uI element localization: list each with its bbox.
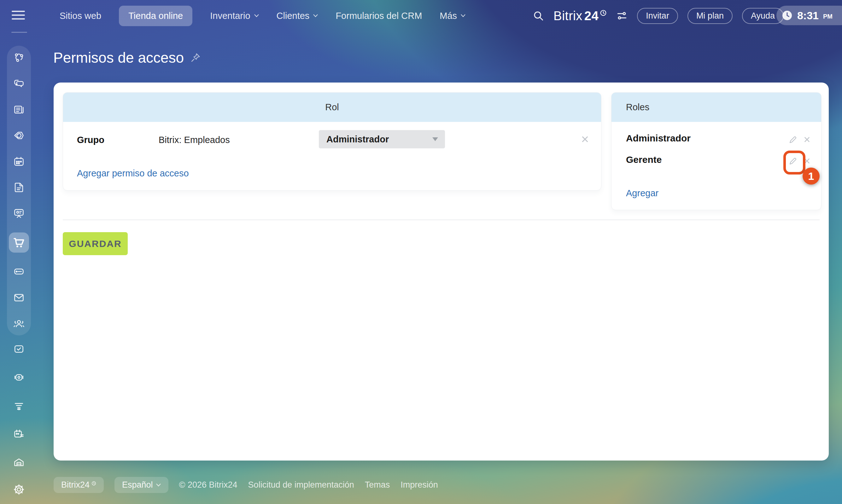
- sidebar-item-market[interactable]: [12, 455, 26, 469]
- sidebar-item-planner[interactable]: [12, 427, 26, 441]
- footer-copyright: © 2026 Bitrix24: [179, 480, 238, 490]
- footer-link-implementation[interactable]: Solicitud de implementación: [248, 480, 354, 490]
- sidebar-item-crm[interactable]: [12, 399, 26, 413]
- bitrix24-permissions-page: Sitios web Tienda online Inventario Clie…: [0, 0, 842, 504]
- top-nav: Sitios web Tienda online Inventario Clie…: [59, 0, 465, 32]
- group-label: Grupo: [77, 135, 104, 145]
- topbar-right-cluster: Bitrix24 Invitar Mi plan Ayuda: [533, 0, 784, 32]
- share-network-icon: [13, 52, 25, 64]
- sidebar-item-documents[interactable]: [12, 180, 26, 194]
- role-select-value: Administrador: [326, 134, 389, 145]
- sidebar-item-news-feed[interactable]: [12, 103, 26, 116]
- time-period: PM: [823, 13, 832, 20]
- role-select[interactable]: Administrador: [319, 130, 445, 148]
- team-people-icon: [13, 318, 25, 329]
- planner-calendar-icon: [13, 428, 25, 440]
- content-divider: [63, 219, 820, 220]
- sidebar-item-online-store[interactable]: [9, 232, 29, 253]
- drive-icon: [13, 266, 25, 277]
- chevron-down-icon: [461, 14, 465, 17]
- save-button[interactable]: GUARDAR: [63, 232, 128, 255]
- footer-link-print[interactable]: Impresión: [400, 480, 438, 490]
- language-selector[interactable]: Español: [115, 477, 168, 493]
- menu-hamburger-icon[interactable]: [12, 11, 25, 20]
- chevron-down-icon: [313, 14, 318, 17]
- page-title: Permisos de acceso: [53, 49, 201, 66]
- roles-panel-header: Roles: [612, 93, 821, 122]
- rol-panel: Rol Grupo Bitrix: Empleados Administrado…: [63, 92, 601, 191]
- sidebar-lower-group: [7, 342, 31, 469]
- shopping-cart-icon: [13, 236, 25, 249]
- nav-tienda-online[interactable]: Tienda online: [119, 6, 192, 26]
- sliders-icon[interactable]: [616, 10, 628, 21]
- search-icon[interactable]: [533, 10, 544, 21]
- copilot-camera-icon: [13, 372, 25, 383]
- nav-sitios-web[interactable]: Sitios web: [59, 11, 101, 21]
- sidebar-item-copilot[interactable]: [12, 371, 26, 384]
- chevron-down-icon: [254, 14, 259, 17]
- footer: Bitrix24 Español © 2026 Bitrix24 Solicit…: [54, 477, 438, 493]
- invite-button[interactable]: Invitar: [637, 8, 678, 24]
- footer-brand-badge[interactable]: Bitrix24: [54, 477, 104, 493]
- nav-inventario[interactable]: Inventario: [210, 11, 259, 21]
- chevron-down-icon: [156, 484, 161, 487]
- clock-widget[interactable]: 8:31 PM: [776, 6, 842, 25]
- sidebar-item-video-meeting[interactable]: [12, 206, 26, 220]
- clock-24-icon: [600, 10, 607, 16]
- sidebar-item-settings[interactable]: [7, 483, 31, 496]
- footer-link-themes[interactable]: Temas: [365, 480, 390, 490]
- check-square-icon: [13, 343, 25, 355]
- nav-formularios-crm[interactable]: Formularios del CRM: [336, 11, 422, 21]
- sidebar-divider: [11, 32, 27, 33]
- warehouse-icon: [13, 456, 25, 468]
- document-icon: [13, 181, 25, 193]
- sidebar-rail: [7, 46, 31, 336]
- sidebar-item-team[interactable]: [12, 317, 26, 330]
- roles-panel: Roles Administrador Gerente 1 Agregar: [611, 92, 822, 210]
- funnel-lines-icon: [13, 400, 25, 412]
- remove-permission-icon[interactable]: [580, 134, 590, 144]
- my-plan-button[interactable]: Mi plan: [687, 8, 733, 24]
- mail-icon: [13, 292, 25, 304]
- add-role-link[interactable]: Agregar: [626, 188, 658, 198]
- sidebar-item-sign[interactable]: [12, 128, 26, 142]
- chat-bubbles-icon: [13, 77, 25, 89]
- delete-role-icon[interactable]: [803, 136, 811, 144]
- role-item-administrador: Administrador: [626, 133, 691, 144]
- time-value: 8:31: [797, 10, 819, 22]
- rol-panel-header: Rol: [63, 93, 601, 122]
- sidebar-item-calendar[interactable]: [12, 155, 26, 168]
- add-permission-link[interactable]: Agregar permiso de acceso: [77, 168, 189, 179]
- annotation-step-badge: 1: [803, 167, 820, 185]
- hexagon-icon: [13, 129, 25, 141]
- sidebar-item-drive[interactable]: [12, 265, 26, 278]
- nav-mas[interactable]: Más: [440, 11, 465, 21]
- edit-role-icon[interactable]: [788, 135, 798, 144]
- pin-icon[interactable]: [190, 52, 201, 63]
- video-meeting-icon: [13, 207, 25, 219]
- sidebar-item-share[interactable]: [12, 51, 26, 65]
- select-caret-icon: [432, 137, 438, 141]
- annotation-highlight-rect: [783, 150, 805, 175]
- news-feed-icon: [13, 104, 25, 115]
- sidebar-item-chats[interactable]: [12, 76, 26, 90]
- bitrix24-logo[interactable]: Bitrix24: [553, 9, 607, 23]
- sidebar-item-tasks[interactable]: [12, 342, 26, 356]
- role-item-gerente: Gerente: [626, 154, 661, 165]
- nav-clientes[interactable]: Clientes: [277, 11, 318, 21]
- clock-24-icon: [91, 481, 96, 486]
- group-value: Bitrix: Empleados: [159, 135, 230, 145]
- content-card: Rol Grupo Bitrix: Empleados Administrado…: [54, 83, 829, 461]
- clock-icon: [781, 10, 793, 21]
- sidebar-item-webmail[interactable]: [12, 291, 26, 305]
- gear-icon: [13, 483, 25, 496]
- calendar-icon: [13, 156, 25, 167]
